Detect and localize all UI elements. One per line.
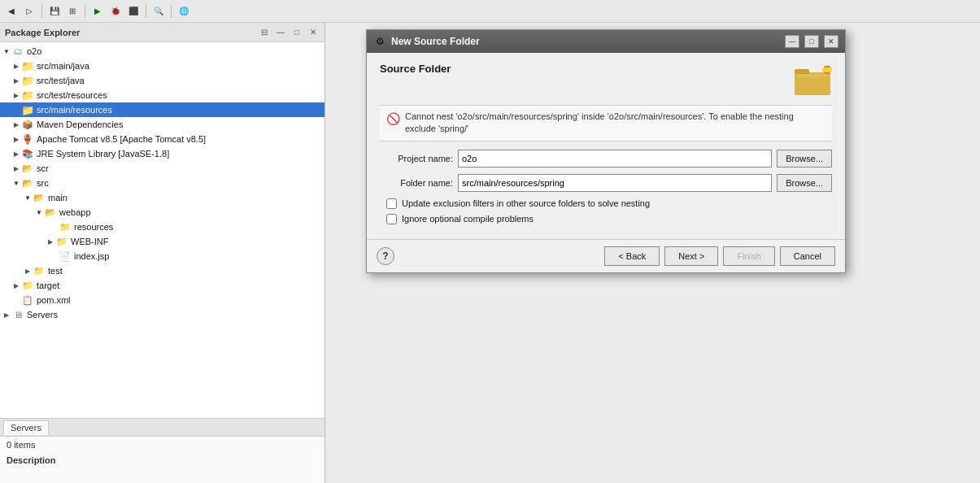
toolbar-sep-4 bbox=[171, 5, 172, 18]
servers-icon: 🖥 bbox=[11, 308, 24, 321]
folder-icon-large bbox=[793, 63, 832, 98]
svg-rect-4 bbox=[822, 67, 832, 72]
apache-tomcat-icon: 🏺 bbox=[21, 133, 34, 146]
toolbar-sep-2 bbox=[85, 5, 85, 18]
tree-item-scr[interactable]: ▶ 📂 scr bbox=[0, 161, 324, 176]
back-button[interactable]: < Back bbox=[604, 246, 660, 266]
tree-item-src-test-java[interactable]: ▶ 📁 src/test/java bbox=[0, 73, 324, 88]
panel-close-btn[interactable]: ✕ bbox=[307, 26, 320, 39]
tree-item-maven-deps[interactable]: ▶ 📦 Maven Dependencies bbox=[0, 117, 324, 132]
tree-label-pom-xml: pom.xml bbox=[37, 295, 71, 305]
dialog-close-btn[interactable]: ✕ bbox=[824, 35, 838, 48]
panel-max-btn[interactable]: □ bbox=[290, 26, 303, 39]
toolbar-btn-save[interactable]: 💾 bbox=[46, 3, 63, 20]
main-toolbar: ◀ ▷ 💾 ⊞ ▶ 🐞 ⬛ 🔍 🌐 bbox=[0, 0, 980, 23]
tree-label-src-test-java: src/test/java bbox=[37, 76, 85, 85]
tree-arrow-webinf: ▶ bbox=[46, 237, 55, 246]
tree-arrow-src-test-java: ▶ bbox=[11, 76, 21, 85]
dialog-maximize-btn[interactable]: □ bbox=[804, 35, 819, 48]
jre-icon: 📚 bbox=[21, 147, 34, 160]
tree-label-servers: Servers bbox=[27, 310, 58, 320]
items-count-label: 0 items bbox=[7, 440, 35, 450]
tree-item-pom-xml[interactable]: 📋 pom.xml bbox=[0, 293, 324, 307]
tree-item-src-main-java[interactable]: ▶ 📁 src/main/java bbox=[0, 59, 324, 73]
tree-item-webinf[interactable]: ▶ 📁 WEB-INF bbox=[0, 234, 324, 249]
tree-item-index-jsp[interactable]: 📄 index.jsp bbox=[0, 249, 324, 263]
tree-label-jre: JRE System Library [JavaSE-1.8] bbox=[37, 149, 169, 159]
description-label: Description bbox=[7, 455, 56, 465]
servers-tab-label: Servers bbox=[11, 423, 41, 433]
index-jsp-icon: 📄 bbox=[59, 250, 72, 263]
toolbar-btn-debug[interactable]: 🐞 bbox=[107, 3, 124, 20]
package-explorer-tree: ▼ 🗂 o2o ▶ 📁 src/main/java ▶ 📁 src/test/j… bbox=[0, 42, 324, 418]
servers-tab[interactable]: Servers bbox=[3, 420, 49, 435]
toolbar-btn-stop[interactable]: ⬛ bbox=[125, 3, 142, 20]
next-button[interactable]: Next > bbox=[664, 246, 718, 266]
panel-min-btn[interactable]: — bbox=[274, 26, 287, 39]
tree-item-src-test-resources[interactable]: ▶ 📁 src/test/resources bbox=[0, 88, 324, 102]
tree-label-webapp: webapp bbox=[59, 207, 91, 217]
toolbar-btn-run[interactable]: ▶ bbox=[89, 3, 106, 20]
tree-label-webinf: WEB-INF bbox=[71, 237, 108, 246]
tree-item-main[interactable]: ▼ 📂 main bbox=[0, 190, 324, 205]
tree-item-test[interactable]: ▶ 📁 test bbox=[0, 263, 324, 278]
tree-item-target[interactable]: ▶ 📁 target bbox=[0, 278, 324, 293]
dialog-titlebar: ⚙ New Source Folder — □ ✕ bbox=[367, 30, 845, 53]
tree-item-src-main-resources[interactable]: 📁 src/main/resources bbox=[0, 102, 324, 117]
tree-arrow-servers: ▶ bbox=[2, 310, 11, 320]
error-icon: 🚫 bbox=[386, 111, 400, 128]
tree-arrow-resources bbox=[49, 222, 59, 232]
panel-collapse-btn[interactable]: ⊟ bbox=[258, 26, 271, 39]
tree-label-index-jsp: index.jsp bbox=[74, 251, 109, 261]
toolbar-btn-globe[interactable]: 🌐 bbox=[176, 3, 192, 20]
finish-button[interactable]: Finish bbox=[723, 246, 774, 266]
cancel-button[interactable]: Cancel bbox=[780, 246, 835, 266]
section-title: Source Folder bbox=[380, 63, 451, 75]
dialog-body: Source Folder bbox=[367, 53, 845, 239]
tree-arrow-index-jsp bbox=[49, 251, 59, 261]
dialog-minimize-btn[interactable]: — bbox=[785, 35, 799, 48]
checkbox-ignore-optional[interactable] bbox=[386, 214, 397, 224]
checkbox-ignore-optional-label: Ignore optional compile problems bbox=[402, 214, 534, 224]
project-browse-button[interactable]: Browse... bbox=[777, 150, 832, 168]
help-button[interactable]: ? bbox=[377, 247, 394, 265]
tree-arrow-jre: ▶ bbox=[11, 149, 21, 159]
toolbar-btn-fwd[interactable]: ▷ bbox=[21, 3, 37, 20]
checkbox-update-exclusion-label: Update exclusion filters in other source… bbox=[402, 198, 650, 208]
tree-item-apache-tomcat[interactable]: ▶ 🏺 Apache Tomcat v8.5 [Apache Tomcat v8… bbox=[0, 132, 324, 146]
checkbox-update-exclusion[interactable] bbox=[386, 198, 397, 209]
toolbar-sep-3 bbox=[146, 5, 146, 18]
right-area: ⚙ New Source Folder — □ ✕ Source Folder bbox=[325, 23, 980, 483]
tree-arrow-target: ▶ bbox=[11, 281, 21, 290]
tree-label-scr: scr bbox=[37, 163, 49, 173]
project-name-input[interactable] bbox=[458, 150, 772, 168]
tree-arrow-main: ▼ bbox=[23, 193, 33, 202]
toolbar-btn-search[interactable]: 🔍 bbox=[150, 3, 167, 20]
tree-item-o2o[interactable]: ▼ 🗂 o2o bbox=[0, 44, 324, 59]
toolbar-btn-back[interactable]: ◀ bbox=[3, 3, 20, 20]
toolbar-sep-1 bbox=[41, 5, 42, 18]
dialog-title-icon: ⚙ bbox=[373, 35, 386, 48]
svg-rect-2 bbox=[796, 74, 829, 77]
folder-browse-button[interactable]: Browse... bbox=[777, 174, 832, 192]
main-icon: 📂 bbox=[33, 191, 46, 204]
folder-name-input[interactable] bbox=[458, 174, 772, 192]
tree-label-resources: resources bbox=[74, 222, 113, 232]
tree-label-src-test-resources: src/test/resources bbox=[37, 90, 107, 100]
tree-item-src[interactable]: ▼ 📂 src bbox=[0, 176, 324, 190]
checkbox-ignore-optional-row: Ignore optional compile problems bbox=[380, 214, 832, 224]
tree-arrow-src-test-resources: ▶ bbox=[11, 90, 21, 100]
tree-item-webapp[interactable]: ▼ 📂 webapp bbox=[0, 205, 324, 220]
tree-arrow-scr: ▶ bbox=[11, 163, 21, 173]
scr-icon: 📂 bbox=[21, 162, 34, 175]
tree-item-servers[interactable]: ▶ 🖥 Servers bbox=[0, 307, 324, 322]
test-icon: 📁 bbox=[33, 264, 46, 277]
tree-label-apache-tomcat: Apache Tomcat v8.5 [Apache Tomcat v8.5] bbox=[37, 134, 206, 144]
tree-arrow-apache-tomcat: ▶ bbox=[11, 134, 21, 144]
tree-item-jre[interactable]: ▶ 📚 JRE System Library [JavaSE-1.8] bbox=[0, 146, 324, 161]
src-icon: 📂 bbox=[21, 176, 34, 189]
toolbar-btn-save-all[interactable]: ⊞ bbox=[64, 3, 81, 20]
tree-item-resources[interactable]: 📁 resources bbox=[0, 220, 324, 234]
left-panel: Package Explorer ⊟ — □ ✕ ▼ 🗂 o2o ▶ 📁 src… bbox=[0, 23, 325, 483]
tree-label-main: main bbox=[48, 193, 68, 202]
